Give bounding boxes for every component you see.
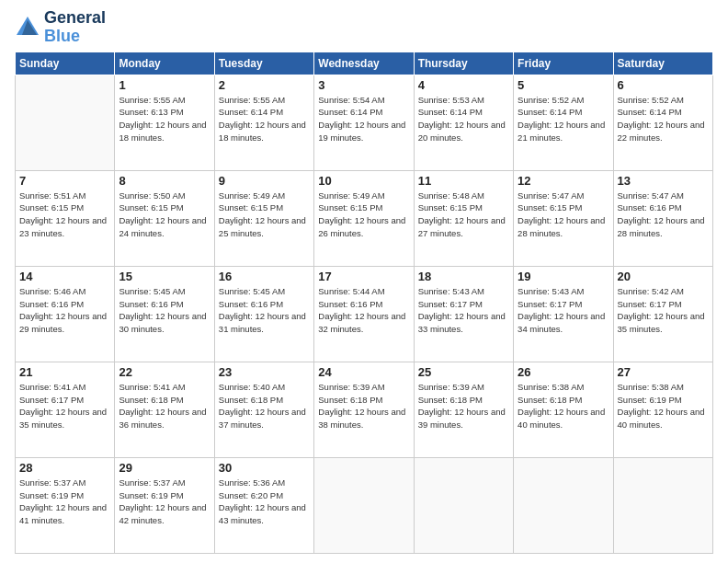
- logo: General Blue: [15, 9, 106, 46]
- calendar-row: 7Sunrise: 5:51 AM Sunset: 6:15 PM Daylig…: [16, 170, 713, 266]
- calendar-cell: [314, 457, 414, 553]
- day-number: 23: [219, 365, 310, 379]
- day-number: 14: [19, 270, 110, 283]
- day-info: Sunrise: 5:46 AM Sunset: 6:16 PM Dayligh…: [19, 285, 110, 336]
- day-info: Sunrise: 5:37 AM Sunset: 6:19 PM Dayligh…: [19, 477, 110, 527]
- calendar-cell: 12Sunrise: 5:47 AM Sunset: 6:15 PM Dayli…: [514, 170, 613, 266]
- day-number: 19: [518, 270, 609, 283]
- calendar-row: 14Sunrise: 5:46 AM Sunset: 6:16 PM Dayli…: [16, 266, 713, 362]
- day-number: 20: [618, 270, 709, 283]
- calendar-row: 1Sunrise: 5:55 AM Sunset: 6:13 PM Daylig…: [16, 75, 713, 170]
- day-number: 16: [219, 270, 310, 283]
- day-number: 24: [318, 365, 409, 379]
- day-info: Sunrise: 5:41 AM Sunset: 6:18 PM Dayligh…: [119, 381, 210, 431]
- day-number: 17: [318, 270, 409, 283]
- weekday-monday: Monday: [115, 52, 214, 75]
- day-number: 26: [518, 365, 609, 379]
- day-number: 18: [418, 270, 509, 283]
- day-info: Sunrise: 5:37 AM Sunset: 6:19 PM Dayligh…: [119, 477, 210, 527]
- calendar-cell: 30Sunrise: 5:36 AM Sunset: 6:20 PM Dayli…: [214, 457, 313, 553]
- day-number: 15: [119, 270, 210, 283]
- calendar-cell: 17Sunrise: 5:44 AM Sunset: 6:16 PM Dayli…: [314, 266, 414, 362]
- calendar-cell: 22Sunrise: 5:41 AM Sunset: 6:18 PM Dayli…: [115, 362, 214, 457]
- day-info: Sunrise: 5:55 AM Sunset: 6:14 PM Dayligh…: [219, 94, 310, 144]
- calendar-cell: 6Sunrise: 5:52 AM Sunset: 6:14 PM Daylig…: [613, 75, 712, 170]
- calendar-cell: 26Sunrise: 5:38 AM Sunset: 6:18 PM Dayli…: [514, 362, 613, 457]
- calendar-cell: 21Sunrise: 5:41 AM Sunset: 6:17 PM Dayli…: [16, 362, 115, 457]
- day-number: 6: [618, 78, 709, 92]
- calendar-cell: 18Sunrise: 5:43 AM Sunset: 6:17 PM Dayli…: [414, 266, 513, 362]
- logo-text: General Blue: [44, 9, 106, 46]
- calendar-row: 28Sunrise: 5:37 AM Sunset: 6:19 PM Dayli…: [16, 457, 713, 553]
- day-number: 7: [19, 174, 110, 188]
- day-number: 9: [219, 174, 310, 188]
- calendar-cell: 24Sunrise: 5:39 AM Sunset: 6:18 PM Dayli…: [314, 362, 414, 457]
- day-info: Sunrise: 5:36 AM Sunset: 6:20 PM Dayligh…: [219, 477, 310, 527]
- calendar-cell: 19Sunrise: 5:43 AM Sunset: 6:17 PM Dayli…: [514, 266, 613, 362]
- day-number: 2: [219, 78, 310, 92]
- day-info: Sunrise: 5:43 AM Sunset: 6:17 PM Dayligh…: [418, 285, 509, 336]
- day-info: Sunrise: 5:49 AM Sunset: 6:15 PM Dayligh…: [219, 190, 310, 240]
- day-info: Sunrise: 5:51 AM Sunset: 6:15 PM Dayligh…: [19, 190, 110, 240]
- day-number: 3: [318, 78, 409, 92]
- calendar-cell: [16, 75, 115, 170]
- calendar-cell: 2Sunrise: 5:55 AM Sunset: 6:14 PM Daylig…: [214, 75, 313, 170]
- calendar-cell: 15Sunrise: 5:45 AM Sunset: 6:16 PM Dayli…: [115, 266, 214, 362]
- day-number: 25: [418, 365, 509, 379]
- day-number: 28: [19, 461, 110, 475]
- day-number: 27: [618, 365, 709, 379]
- calendar-cell: 11Sunrise: 5:48 AM Sunset: 6:15 PM Dayli…: [414, 170, 513, 266]
- calendar-cell: [414, 457, 513, 553]
- weekday-sunday: Sunday: [16, 52, 115, 75]
- calendar-cell: 29Sunrise: 5:37 AM Sunset: 6:19 PM Dayli…: [115, 457, 214, 553]
- day-info: Sunrise: 5:54 AM Sunset: 6:14 PM Dayligh…: [318, 94, 409, 144]
- calendar-cell: 1Sunrise: 5:55 AM Sunset: 6:13 PM Daylig…: [115, 75, 214, 170]
- calendar-cell: [514, 457, 613, 553]
- calendar-cell: 28Sunrise: 5:37 AM Sunset: 6:19 PM Dayli…: [16, 457, 115, 553]
- day-info: Sunrise: 5:38 AM Sunset: 6:19 PM Dayligh…: [618, 381, 709, 431]
- calendar-cell: 8Sunrise: 5:50 AM Sunset: 6:15 PM Daylig…: [115, 170, 214, 266]
- day-info: Sunrise: 5:55 AM Sunset: 6:13 PM Dayligh…: [119, 94, 210, 144]
- day-number: 30: [219, 461, 310, 475]
- header: General Blue: [15, 9, 713, 46]
- day-number: 1: [119, 78, 210, 92]
- day-info: Sunrise: 5:47 AM Sunset: 6:15 PM Dayligh…: [518, 190, 609, 240]
- calendar-cell: [613, 457, 712, 553]
- day-number: 13: [618, 174, 709, 188]
- calendar-cell: 25Sunrise: 5:39 AM Sunset: 6:18 PM Dayli…: [414, 362, 513, 457]
- day-info: Sunrise: 5:49 AM Sunset: 6:15 PM Dayligh…: [318, 190, 409, 240]
- calendar-cell: 7Sunrise: 5:51 AM Sunset: 6:15 PM Daylig…: [16, 170, 115, 266]
- calendar-cell: 3Sunrise: 5:54 AM Sunset: 6:14 PM Daylig…: [314, 75, 414, 170]
- day-info: Sunrise: 5:47 AM Sunset: 6:16 PM Dayligh…: [618, 190, 709, 240]
- calendar-cell: 5Sunrise: 5:52 AM Sunset: 6:14 PM Daylig…: [514, 75, 613, 170]
- day-info: Sunrise: 5:40 AM Sunset: 6:18 PM Dayligh…: [219, 381, 310, 431]
- day-number: 10: [318, 174, 409, 188]
- calendar-cell: 10Sunrise: 5:49 AM Sunset: 6:15 PM Dayli…: [314, 170, 414, 266]
- weekday-header-row: SundayMondayTuesdayWednesdayThursdayFrid…: [16, 52, 713, 75]
- day-number: 29: [119, 461, 210, 475]
- day-info: Sunrise: 5:52 AM Sunset: 6:14 PM Dayligh…: [618, 94, 709, 144]
- day-info: Sunrise: 5:44 AM Sunset: 6:16 PM Dayligh…: [318, 285, 409, 336]
- day-number: 8: [119, 174, 210, 188]
- day-number: 12: [518, 174, 609, 188]
- logo-icon: [15, 15, 40, 40]
- day-info: Sunrise: 5:43 AM Sunset: 6:17 PM Dayligh…: [518, 285, 609, 336]
- weekday-friday: Friday: [514, 52, 613, 75]
- weekday-saturday: Saturday: [613, 52, 712, 75]
- calendar-cell: 13Sunrise: 5:47 AM Sunset: 6:16 PM Dayli…: [613, 170, 712, 266]
- calendar-cell: 20Sunrise: 5:42 AM Sunset: 6:17 PM Dayli…: [613, 266, 712, 362]
- day-info: Sunrise: 5:48 AM Sunset: 6:15 PM Dayligh…: [418, 190, 509, 240]
- day-info: Sunrise: 5:45 AM Sunset: 6:16 PM Dayligh…: [119, 285, 210, 336]
- day-info: Sunrise: 5:45 AM Sunset: 6:16 PM Dayligh…: [219, 285, 310, 336]
- calendar-cell: 9Sunrise: 5:49 AM Sunset: 6:15 PM Daylig…: [214, 170, 313, 266]
- day-info: Sunrise: 5:41 AM Sunset: 6:17 PM Dayligh…: [19, 381, 110, 431]
- day-info: Sunrise: 5:52 AM Sunset: 6:14 PM Dayligh…: [518, 94, 609, 144]
- day-number: 5: [518, 78, 609, 92]
- calendar-cell: 14Sunrise: 5:46 AM Sunset: 6:16 PM Dayli…: [16, 266, 115, 362]
- calendar-cell: 4Sunrise: 5:53 AM Sunset: 6:14 PM Daylig…: [414, 75, 513, 170]
- calendar-row: 21Sunrise: 5:41 AM Sunset: 6:17 PM Dayli…: [16, 362, 713, 457]
- day-number: 21: [19, 365, 110, 379]
- day-info: Sunrise: 5:39 AM Sunset: 6:18 PM Dayligh…: [418, 381, 509, 431]
- day-info: Sunrise: 5:50 AM Sunset: 6:15 PM Dayligh…: [119, 190, 210, 240]
- day-info: Sunrise: 5:39 AM Sunset: 6:18 PM Dayligh…: [318, 381, 409, 431]
